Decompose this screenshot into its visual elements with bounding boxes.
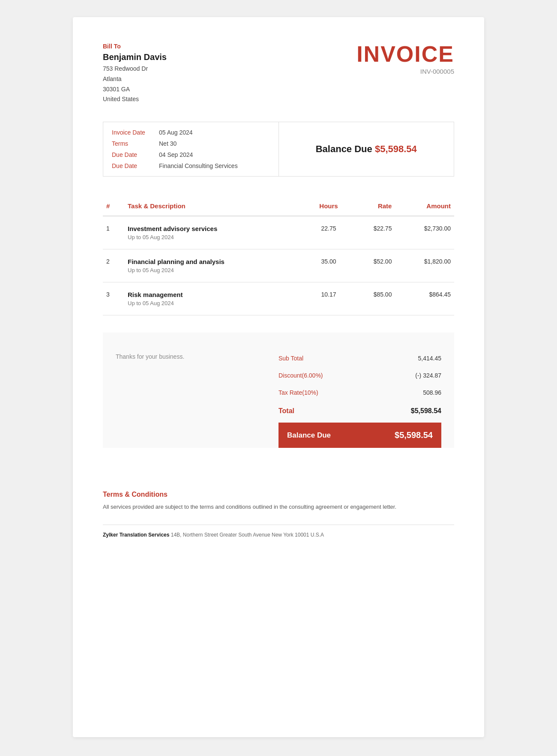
subtotal-label: Sub Total: [278, 355, 303, 362]
subject-label: Due Date: [112, 162, 159, 169]
bill-to-label: Bill To: [103, 43, 167, 50]
balance-due-final-value: $5,598.54: [395, 430, 433, 440]
due-date-value: 04 Sep 2024: [159, 151, 193, 158]
col-rate-header: Rate: [351, 198, 395, 216]
item-rate: $85.00: [351, 282, 395, 315]
balance-due-header-label: Balance Due: [316, 144, 372, 154]
tax-label: Tax Rate(10%): [278, 389, 318, 396]
discount-label: Discount(6.00%): [278, 372, 323, 379]
address-line4: United States: [103, 94, 167, 105]
invoice-date-label: Invoice Date: [112, 129, 159, 136]
header-section: Bill To Benjamin Davis 753 Redwood Dr At…: [103, 43, 454, 105]
table-row: 2 Financial planning and analysis Up to …: [103, 249, 454, 282]
item-description: Financial planning and analysis: [128, 258, 303, 265]
table-header-row: # Task & Description Hours Rate Amount: [103, 198, 454, 216]
item-sub: Up to 05 Aug 2024: [128, 234, 303, 240]
balance-due-header-amount: $5,598.54: [375, 144, 417, 154]
invoice-title-section: INVOICE INV-000005: [356, 43, 454, 75]
item-number: 1: [103, 216, 124, 249]
col-hours-header: Hours: [306, 198, 351, 216]
item-rate: $22.75: [351, 216, 395, 249]
balance-due-final-row: Balance Due $5,598.54: [278, 423, 441, 448]
subtotal-row: Sub Total 5,414.45: [278, 350, 441, 367]
table-row: 1 Investment advisory services Up to 05 …: [103, 216, 454, 249]
total-label: Total: [278, 407, 294, 415]
terms-label: Terms: [112, 140, 159, 147]
thanks-message: Thanks for your business.: [116, 353, 184, 360]
invoice-date-row: Invoice Date 05 Aug 2024: [112, 129, 270, 136]
total-row: Total $5,598.54: [278, 401, 441, 421]
item-rate: $52.00: [351, 249, 395, 282]
balance-due-final-label: Balance Due: [287, 431, 331, 440]
invoice-title: INVOICE: [356, 43, 454, 65]
total-value: $5,598.54: [411, 407, 441, 415]
item-hours: 10.17: [306, 282, 351, 315]
balance-due-box: Balance Due $5,598.54: [316, 144, 417, 155]
meta-left: Invoice Date 05 Aug 2024 Terms Net 30 Du…: [103, 122, 279, 176]
item-number: 3: [103, 282, 124, 315]
col-number-header: #: [103, 198, 124, 216]
address-line3: 30301 GA: [103, 84, 167, 95]
tax-row: Tax Rate(10%) 508.96: [278, 384, 441, 401]
address-line2: Atlanta: [103, 74, 167, 84]
footer-address: 14B, Northern Street Greater South Avenu…: [171, 532, 324, 538]
item-hours: 35.00: [306, 249, 351, 282]
item-description-cell: Risk management Up to 05 Aug 2024: [124, 282, 306, 315]
bill-to-section: Bill To Benjamin Davis 753 Redwood Dr At…: [103, 43, 167, 105]
subtotal-value: 5,414.45: [418, 355, 442, 362]
table-row: 3 Risk management Up to 05 Aug 2024 10.1…: [103, 282, 454, 315]
invoice-number: INV-000005: [356, 68, 454, 75]
item-sub: Up to 05 Aug 2024: [128, 267, 303, 273]
discount-value: (-) 324.87: [415, 372, 441, 379]
discount-row: Discount(6.00%) (-) 324.87: [278, 367, 441, 384]
item-description-cell: Investment advisory services Up to 05 Au…: [124, 216, 306, 249]
address-line1: 753 Redwood Dr: [103, 64, 167, 74]
col-amount-header: Amount: [395, 198, 454, 216]
item-sub: Up to 05 Aug 2024: [128, 300, 303, 306]
invoice-container: Bill To Benjamin Davis 753 Redwood Dr At…: [73, 17, 484, 737]
summary-section: Thanks for your business. Sub Total 5,41…: [103, 333, 454, 448]
item-amount: $1,820.00: [395, 249, 454, 282]
item-amount: $2,730.00: [395, 216, 454, 249]
balance-due-header: Balance Due $5,598.54: [316, 144, 417, 154]
client-name: Benjamin Davis: [103, 52, 167, 62]
terms-value: Net 30: [159, 140, 177, 147]
terms-text: All services provided are subject to the…: [103, 503, 454, 512]
item-amount: $864.45: [395, 282, 454, 315]
meta-section: Invoice Date 05 Aug 2024 Terms Net 30 Du…: [103, 122, 454, 177]
due-date-label: Due Date: [112, 151, 159, 158]
tax-value: 508.96: [423, 389, 441, 396]
item-hours: 22.75: [306, 216, 351, 249]
footer: Zylker Translation Services 14B, Norther…: [103, 525, 454, 538]
subject-row: Due Date Financial Consulting Services: [112, 162, 270, 169]
client-address: 753 Redwood Dr Atlanta 30301 GA United S…: [103, 64, 167, 105]
terms-section: Terms & Conditions All services provided…: [103, 482, 454, 512]
due-date-row: Due Date 04 Sep 2024: [112, 151, 270, 158]
item-number: 2: [103, 249, 124, 282]
summary-table: Sub Total 5,414.45 Discount(6.00%) (-) 3…: [278, 350, 441, 448]
terms-row: Terms Net 30: [112, 140, 270, 147]
item-description: Risk management: [128, 291, 303, 298]
col-description-header: Task & Description: [124, 198, 306, 216]
subject-value: Financial Consulting Services: [159, 162, 238, 169]
terms-title: Terms & Conditions: [103, 491, 454, 498]
footer-company: Zylker Translation Services: [103, 532, 169, 538]
item-description-cell: Financial planning and analysis Up to 05…: [124, 249, 306, 282]
meta-right: Balance Due $5,598.54: [279, 122, 454, 176]
invoice-date-value: 05 Aug 2024: [159, 129, 193, 136]
item-description: Investment advisory services: [128, 225, 303, 232]
items-table: # Task & Description Hours Rate Amount 1…: [103, 198, 454, 315]
